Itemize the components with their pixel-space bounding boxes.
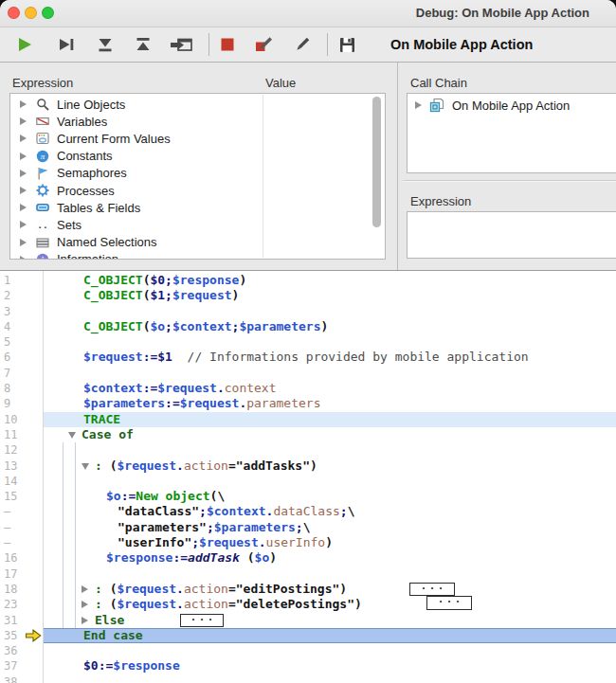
sets-icon: [..] <box>35 218 49 232</box>
watch-item-semaphores[interactable]: Semaphores <box>10 165 385 182</box>
column-separator[interactable] <box>263 95 263 258</box>
watch-item-line-objects[interactable]: Line Objects <box>10 96 385 113</box>
fold-closed-icon[interactable] <box>82 585 88 593</box>
code-line-body: C_OBJECT($o;$context;$parameters) <box>44 319 616 334</box>
code-text: $request:=$1 // Informations provided by… <box>83 350 529 364</box>
code-line[interactable]: 5 <box>0 334 616 350</box>
code-line[interactable]: 37$0:=$response <box>0 658 616 674</box>
watch-item-constants[interactable]: π Constants <box>10 148 385 165</box>
watch-item-sets[interactable]: [..] Sets <box>10 216 385 233</box>
code-line[interactable]: 3 <box>0 304 616 319</box>
code-line[interactable]: –"parameters";$parameters;\ <box>0 520 616 535</box>
code-line[interactable]: 8$context:=$request.context <box>0 381 616 396</box>
collapsed-code-box[interactable]: ··· <box>426 596 472 610</box>
step-into-process-button[interactable] <box>169 34 195 55</box>
watch-item-information[interactable]: i Information <box>10 251 385 260</box>
step-over-icon <box>57 35 76 54</box>
step-into-button[interactable] <box>94 34 117 55</box>
minimize-button[interactable] <box>25 7 37 19</box>
current-execution-line: End case <box>44 628 616 643</box>
toolbar-divider <box>327 33 328 56</box>
close-button[interactable] <box>8 7 20 19</box>
code-editor: 1C_OBJECT($0;$response)2C_OBJECT($1;$req… <box>0 271 616 683</box>
gear-icon <box>35 184 49 198</box>
step-over-button[interactable] <box>55 34 78 55</box>
abort-edit-button[interactable] <box>253 34 276 55</box>
save-settings-button[interactable] <box>335 34 358 55</box>
code-line[interactable]: 10TRACE <box>0 412 616 427</box>
disclosure-triangle-icon[interactable] <box>20 170 27 177</box>
code-line[interactable]: 2C_OBJECT($1;$request) <box>0 288 616 303</box>
code-line[interactable]: 16$response:=addTask ($o) <box>0 550 616 566</box>
code-line[interactable]: 1C_OBJECT($0;$response) <box>0 273 616 288</box>
line-number: 37 <box>4 658 17 674</box>
code-line-body <box>44 474 616 489</box>
code-line[interactable]: 13: ($request.action="addTasks") <box>0 458 616 474</box>
code-line[interactable]: 17 <box>0 566 616 582</box>
line-number: – <box>4 520 10 535</box>
expression-column-header: Expression <box>12 76 73 90</box>
code-line-body: TRACE <box>44 412 616 427</box>
disclosure-triangle-icon[interactable] <box>20 100 27 108</box>
call-chain-item[interactable]: On Mobile App Action <box>408 96 616 115</box>
code-text: "userInfo";$request.userInfo) <box>118 535 333 549</box>
watch-scrollbar-thumb[interactable] <box>372 97 381 227</box>
code-text: "dataClass";$context.dataClass;\ <box>118 504 354 518</box>
code-line[interactable]: 18: ($request.action="editPostings")··· <box>0 582 616 597</box>
disclosure-triangle-icon[interactable] <box>20 117 27 125</box>
collapsed-code-box[interactable]: ··· <box>180 614 224 627</box>
current-method-label: On Mobile App Action <box>390 27 533 62</box>
collapsed-code-box[interactable]: ··· <box>409 583 455 596</box>
code-line[interactable]: 9$parameters:=$request.parameters <box>0 396 616 411</box>
code-line[interactable]: 31Else··· <box>0 613 616 628</box>
code-text: End case <box>83 628 143 642</box>
edit-button[interactable] <box>291 34 314 55</box>
disclosure-triangle-icon[interactable] <box>20 221 27 228</box>
code-line[interactable]: 6$request:=$1 // Informations provided b… <box>0 350 616 365</box>
code-line[interactable]: 4C_OBJECT($o;$context;$parameters) <box>0 319 616 334</box>
disclosure-triangle-icon[interactable] <box>20 204 27 211</box>
code-line-body <box>44 674 616 683</box>
watch-item-processes[interactable]: Processes <box>10 182 385 199</box>
fold-closed-icon[interactable] <box>82 601 88 608</box>
watch-item-named-selections[interactable]: Named Selections <box>10 234 385 251</box>
code-line[interactable]: 38 <box>0 674 616 683</box>
disclosure-triangle-icon[interactable] <box>20 135 27 142</box>
code-line-body <box>44 304 616 319</box>
code-text: : ($request.action="deletePostings") <box>95 597 362 611</box>
code-line[interactable]: 23: ($request.action="deletePostings")··… <box>0 597 616 612</box>
disclosure-triangle-icon[interactable] <box>415 101 422 109</box>
code-line[interactable]: 12 <box>0 442 616 458</box>
fold-open-icon[interactable] <box>68 432 76 439</box>
code-line[interactable]: 35End case <box>0 628 616 643</box>
code-line[interactable]: 14 <box>0 474 616 489</box>
fold-closed-icon[interactable] <box>82 617 88 624</box>
step-out-button[interactable] <box>132 34 154 55</box>
no-trace-button[interactable] <box>13 34 36 55</box>
code-line[interactable]: 7 <box>0 366 616 381</box>
watch-item-variables[interactable]: Variables <box>10 113 385 130</box>
disclosure-triangle-icon[interactable] <box>20 187 27 194</box>
code-line-body: Else··· <box>44 613 616 628</box>
panel-splitter[interactable] <box>397 63 398 270</box>
pencil-icon <box>293 35 312 54</box>
expression-input-panel[interactable] <box>407 211 616 259</box>
zoom-button[interactable] <box>42 7 54 19</box>
watch-item-tables-fields[interactable]: Tables & Fields <box>10 199 385 216</box>
code-text: TRACE <box>83 412 120 426</box>
line-number: 38 <box>4 674 17 683</box>
code-line[interactable]: –"dataClass";$context.dataClass;\ <box>0 504 616 519</box>
code-line[interactable]: –"userInfo";$request.userInfo) <box>0 535 616 550</box>
disclosure-triangle-icon[interactable] <box>20 239 27 246</box>
code-line[interactable]: 36 <box>0 643 616 658</box>
right-panel-splitter[interactable] <box>403 180 616 181</box>
code-line-body: $0:=$response <box>44 658 616 674</box>
code-line-body: : ($request.action="addTasks") <box>44 458 616 474</box>
code-line[interactable]: 15$o:=New object(\ <box>0 489 616 504</box>
watch-item-current-form-values[interactable]: Current Form Values <box>10 130 385 147</box>
abort-button[interactable] <box>216 34 239 55</box>
disclosure-triangle-icon[interactable] <box>20 153 27 160</box>
fold-open-icon[interactable] <box>82 463 89 470</box>
code-line[interactable]: 11Case of <box>0 427 616 442</box>
disclosure-triangle-icon[interactable] <box>20 256 27 260</box>
